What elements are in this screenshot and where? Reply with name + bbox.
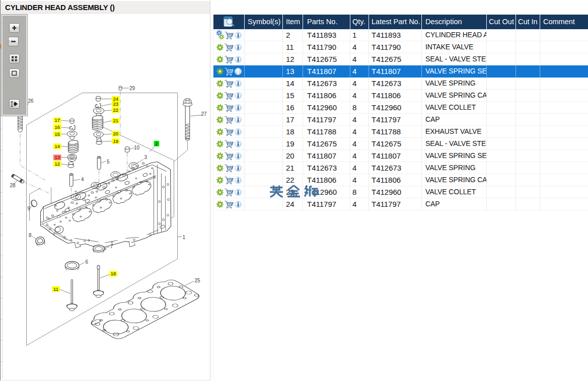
svg-text:1: 1 [183, 235, 186, 240]
svg-text:19: 19 [113, 138, 118, 144]
svg-text:18: 18 [111, 271, 116, 276]
svg-text:14: 14 [54, 143, 60, 149]
svg-text:6: 6 [86, 259, 89, 265]
svg-text:22: 22 [113, 107, 118, 113]
svg-text:20: 20 [113, 131, 118, 136]
svg-text:12: 12 [54, 161, 60, 167]
svg-text:17: 17 [54, 117, 60, 123]
svg-text:4: 4 [81, 177, 84, 182]
svg-text:21: 21 [113, 118, 118, 123]
svg-text:25: 25 [195, 278, 201, 283]
svg-text:8: 8 [29, 233, 32, 238]
svg-text:3: 3 [144, 155, 148, 160]
svg-text:2: 2 [155, 141, 158, 146]
svg-text:23: 23 [113, 101, 118, 107]
svg-text:7: 7 [110, 244, 113, 249]
svg-text:15: 15 [54, 131, 60, 137]
svg-text:26: 26 [28, 98, 34, 104]
svg-text:28: 28 [10, 183, 16, 188]
svg-text:16: 16 [54, 124, 60, 130]
svg-text:29: 29 [129, 86, 135, 91]
svg-text:9: 9 [28, 206, 31, 211]
svg-text:5: 5 [107, 159, 110, 165]
svg-text:11: 11 [53, 286, 58, 292]
svg-text:13: 13 [54, 155, 60, 160]
svg-text:27: 27 [201, 111, 207, 117]
svg-text:10: 10 [134, 145, 140, 150]
